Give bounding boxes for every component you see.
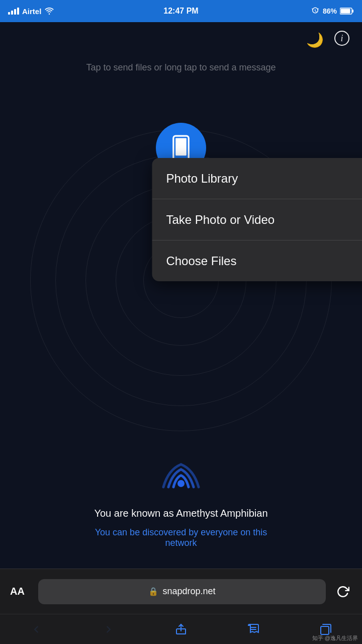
bottom-section: You are known as Amethyst Amphibian You … <box>90 449 272 548</box>
url-bar[interactable]: 🔒 snapdrop.net <box>38 579 326 604</box>
info-button[interactable]: i <box>334 30 350 50</box>
night-mode-button[interactable]: 🌙 <box>306 32 324 48</box>
signal-icon <box>8 8 19 15</box>
svg-rect-6 <box>175 138 187 156</box>
svg-rect-16 <box>321 626 329 634</box>
status-right: 86% <box>311 7 354 16</box>
watermark: 知乎 @逸凡生活界 <box>312 634 358 642</box>
back-button[interactable] <box>21 618 51 640</box>
phone-icon <box>168 135 194 161</box>
choose-files-option[interactable]: Choose Files <box>152 240 362 281</box>
safari-nav <box>0 614 362 644</box>
top-icons: 🌙 i <box>306 30 350 50</box>
svg-text:i: i <box>340 33 343 43</box>
carrier-label: Airtel <box>22 7 41 16</box>
time-display: 12:47 PM <box>163 7 198 16</box>
status-bar: Airtel 12:47 PM 86% <box>0 0 362 22</box>
photo-library-option[interactable]: Photo Library <box>152 158 362 199</box>
hint-text: Tap to send files or long tap to send a … <box>36 62 326 73</box>
main-content: 🌙 i Tap to send files or long tap to sen… <box>0 22 362 569</box>
device-name-text: You are known as Amethyst Amphibian <box>94 508 267 519</box>
svg-rect-2 <box>352 10 354 13</box>
discoverable-text: You can be discovered by everyone on thi… <box>90 527 272 548</box>
svg-rect-1 <box>341 9 350 14</box>
wifi-icon <box>44 7 54 15</box>
svg-point-12 <box>177 480 185 487</box>
url-text: snapdrop.net <box>162 586 215 597</box>
battery-icon <box>340 8 354 15</box>
lock-icon: 🔒 <box>148 587 158 596</box>
forward-button[interactable] <box>94 618 124 640</box>
share-button[interactable] <box>166 618 196 640</box>
broadcast-icon <box>156 449 206 500</box>
battery-label: 86% <box>323 7 337 15</box>
bookmarks-button[interactable] <box>238 618 268 640</box>
alarm-icon <box>311 7 320 16</box>
refresh-button[interactable] <box>334 585 352 598</box>
font-size-button[interactable]: AA <box>10 586 30 597</box>
status-left: Airtel <box>8 7 54 16</box>
take-photo-option[interactable]: Take Photo or Video <box>152 199 362 240</box>
context-menu: Photo Library Take Photo or Video Choo <box>152 158 362 281</box>
browser-bar: AA 🔒 snapdrop.net <box>0 569 362 614</box>
